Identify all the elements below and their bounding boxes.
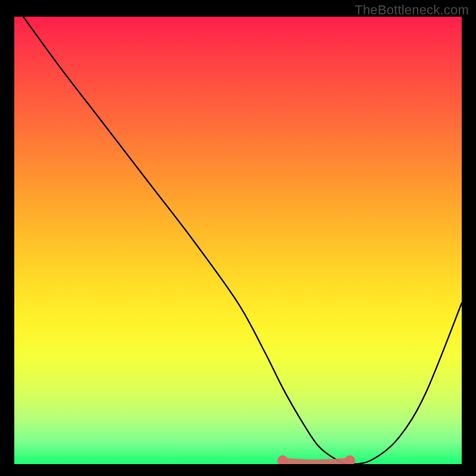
chart-frame: TheBottleneck.com [0, 0, 476, 476]
bottleneck-curve [23, 17, 462, 464]
plot-area [14, 17, 462, 464]
highlight-endpoint-right [345, 455, 355, 464]
highlight-segment [283, 462, 350, 464]
curve-svg [14, 17, 462, 464]
watermark-text: TheBottleneck.com [355, 2, 469, 18]
highlight-endpoint-left [277, 455, 288, 464]
